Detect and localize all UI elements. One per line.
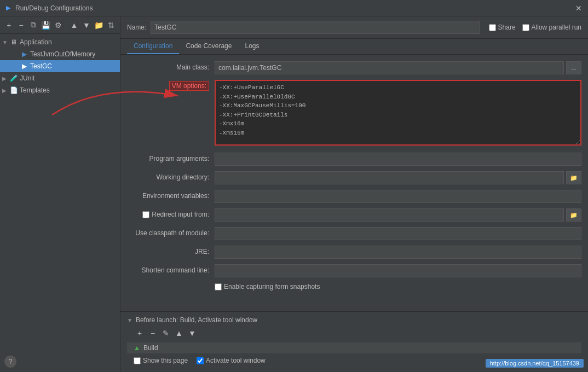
name-label: Name:: [127, 24, 146, 31]
tab-code-coverage[interactable]: Code Coverage: [179, 39, 238, 54]
settings-button[interactable]: ⚙: [53, 19, 64, 31]
sidebar-item-label-junit: JUnit: [20, 74, 34, 82]
before-launch-header: ▼ Before launch: Build, Activate tool wi…: [127, 316, 581, 324]
share-checkbox[interactable]: [489, 24, 496, 31]
enable-capturing-row: Enable capturing form snapshots: [127, 283, 581, 296]
help-button[interactable]: ?: [4, 356, 16, 368]
env-vars-label: Environment variables:: [127, 190, 215, 200]
classpath-label: Use classpath of module:: [127, 227, 215, 237]
sidebar-item-testgc[interactable]: ▶ TestGC: [0, 60, 120, 72]
name-input[interactable]: [151, 21, 480, 34]
sidebar-item-application[interactable]: ▼ 🖥 Application: [0, 36, 120, 48]
show-this-page-label[interactable]: Show this page: [134, 357, 188, 364]
env-vars-input[interactable]: [215, 190, 581, 203]
expand-arrow-templates: ▶: [2, 88, 8, 94]
redirect-input-control: 📁: [215, 208, 581, 222]
move-down-button[interactable]: ▼: [81, 19, 92, 31]
before-launch-edit-button[interactable]: ✎: [160, 327, 172, 339]
program-args-label: Program arguments:: [127, 153, 215, 162]
before-launch-toolbar: + − ✎ ▲ ▼: [127, 327, 581, 339]
redirect-input-input[interactable]: [215, 208, 564, 222]
main-class-input[interactable]: [215, 61, 564, 74]
redirect-input-checkbox-label[interactable]: Redirect input from:: [127, 211, 209, 218]
enable-capturing-label[interactable]: Enable capturing form snapshots: [215, 283, 581, 290]
shorten-cmd-input[interactable]: [215, 264, 581, 277]
classpath-control: [215, 227, 581, 240]
vm-options-control: -XX:+UseParallelGC -XX:+UseParallelOldGC…: [215, 80, 581, 147]
name-row: Name: Share Allow parallel run: [120, 16, 588, 39]
redirect-input-browse-button[interactable]: 📁: [566, 208, 581, 222]
sidebar-item-testjvm[interactable]: ▶ TestJvmOutOfMemory: [0, 48, 120, 60]
toolbar-separator: [66, 21, 66, 30]
jre-row: JRE:: [127, 246, 581, 259]
redirect-input-checkbox[interactable]: [142, 211, 149, 218]
sidebar-item-templates[interactable]: ▶ 📄 Templates: [0, 84, 120, 96]
activate-tool-window-label[interactable]: Activate tool window: [197, 357, 266, 364]
sidebar-item-junit[interactable]: ▶ 🧪 JUnit: [0, 72, 120, 84]
folder-button[interactable]: 📁: [93, 19, 104, 31]
env-vars-row: Environment variables:: [127, 190, 581, 203]
before-launch-down-button[interactable]: ▼: [186, 327, 198, 339]
sidebar: + − ⧉ 💾 ⚙ ▲ ▼ 📁: [0, 16, 120, 372]
allow-parallel-checkbox-label[interactable]: Allow parallel run: [522, 24, 581, 31]
before-launch-up-button[interactable]: ▲: [173, 327, 185, 339]
application-folder-icon: 🖥: [9, 38, 18, 46]
copy-config-button[interactable]: ⧉: [28, 19, 39, 31]
working-dir-input[interactable]: [215, 171, 564, 184]
program-args-input[interactable]: [215, 153, 581, 166]
classpath-input[interactable]: [215, 227, 581, 240]
tab-logs[interactable]: Logs: [238, 39, 266, 54]
main-container: + − ⧉ 💾 ⚙ ▲ ▼ 📁: [0, 16, 588, 372]
shorten-cmd-label: Shorten command line:: [127, 264, 215, 274]
templates-folder-icon: 📄: [9, 86, 18, 94]
share-checkbox-label[interactable]: Share: [489, 24, 516, 31]
main-class-browse-button[interactable]: ...: [566, 61, 581, 74]
redirect-input-label: Redirect input from:: [127, 208, 215, 218]
before-launch-title: Before launch: Build, Activate tool wind…: [136, 316, 257, 324]
vm-options-label: VM options:: [127, 80, 215, 90]
url-badge: http://blog.csdn.net/qq_15157439: [486, 359, 584, 368]
program-args-control: [215, 153, 581, 166]
sidebar-tree: ▼ 🖥 Application ▶ TestJvmOutOfMemory ▶ T…: [0, 34, 120, 372]
before-launch-collapse-arrow[interactable]: ▼: [127, 317, 132, 323]
jre-input[interactable]: [215, 246, 581, 259]
add-config-button[interactable]: +: [3, 19, 14, 31]
shorten-cmd-control: [215, 264, 581, 277]
move-up-button[interactable]: ▲: [68, 19, 79, 31]
redirect-input-row: Redirect input from: 📁: [127, 208, 581, 222]
enable-capturing-control: Enable capturing form snapshots: [215, 283, 581, 290]
vm-options-label-highlighted: VM options:: [169, 81, 209, 91]
activate-tool-window-checkbox[interactable]: [197, 357, 204, 364]
right-panel: Name: Share Allow parallel run Configura…: [120, 16, 588, 372]
main-class-row: Main class: ...: [127, 61, 581, 74]
sidebar-item-label-testgc: TestGC: [30, 62, 52, 70]
before-launch-add-button[interactable]: +: [134, 327, 146, 339]
run-config-icon-testgc: ▶: [20, 62, 28, 70]
working-dir-control: 📁: [215, 171, 581, 184]
sidebar-item-label-application: Application: [20, 38, 52, 46]
save-config-button[interactable]: 💾: [40, 19, 51, 31]
sidebar-item-label-templates: Templates: [20, 86, 50, 94]
remove-config-button[interactable]: −: [15, 19, 26, 31]
expand-arrow-application: ▼: [2, 39, 8, 45]
expand-arrow-junit: ▶: [2, 75, 8, 82]
program-args-row: Program arguments:: [127, 153, 581, 166]
close-button[interactable]: ✕: [574, 3, 584, 13]
shorten-cmd-row: Shorten command line:: [127, 264, 581, 277]
share-row: Share Allow parallel run: [489, 24, 581, 31]
app-icon: ▶: [4, 4, 12, 12]
working-dir-browse-button[interactable]: 📁: [566, 171, 581, 184]
sort-button[interactable]: ⇅: [106, 19, 117, 31]
config-panel: Main class: ... VM options: -XX:+UsePara…: [120, 55, 588, 311]
title-bar-text: Run/Debug Configurations: [15, 4, 93, 12]
build-row: ▲ Build: [127, 342, 581, 353]
run-config-icon-testjvm: ▶: [20, 50, 28, 58]
before-launch-remove-button[interactable]: −: [147, 327, 159, 339]
tab-configuration[interactable]: Configuration: [127, 39, 179, 54]
vm-options-textarea[interactable]: -XX:+UseParallelGC -XX:+UseParallelOldGC…: [215, 80, 581, 146]
tabs-bar: Configuration Code Coverage Logs: [120, 39, 588, 55]
allow-parallel-checkbox[interactable]: [522, 24, 529, 31]
show-this-page-checkbox[interactable]: [134, 357, 141, 364]
enable-capturing-checkbox[interactable]: [215, 283, 222, 290]
sidebar-item-label-testjvm: TestJvmOutOfMemory: [30, 50, 95, 58]
